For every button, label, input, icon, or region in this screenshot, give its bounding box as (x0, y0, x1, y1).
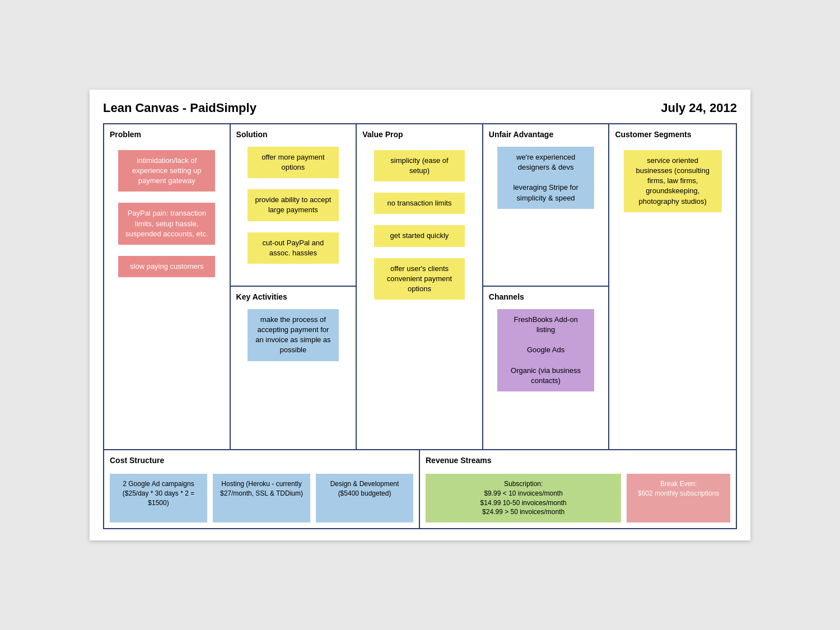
valueprop-note-1: simplicity (ease of setup) (374, 150, 465, 181)
valueprop-note-2: no transaction limits (374, 193, 465, 214)
problem-note-1: intimidation/lack of experience setting … (118, 150, 215, 192)
canvas-main: Problem intimidation/lack of experience … (104, 124, 736, 450)
channels-notes: FreshBooks Add-on listing Google Ads Org… (489, 306, 603, 395)
page-title: Lean Canvas - PaidSimply (103, 101, 256, 115)
valueprop-notes: simplicity (ease of setup) no transactio… (362, 147, 477, 444)
cost-title: Cost Structure (110, 456, 413, 465)
cost-section: Cost Structure 2 Google Ad campaigns ($2… (104, 450, 420, 528)
solution-note-2: provide ability to accept large payments (248, 189, 339, 221)
valueprop-section: Value Prop simplicity (ease of setup) no… (357, 124, 483, 449)
segments-title: Customer Segments (615, 130, 730, 139)
problem-title: Problem (110, 130, 224, 139)
solution-note-1: offer more payment options (248, 147, 339, 178)
revenue-note-1: Subscription: $9.99 < 10 invoices/month … (426, 474, 621, 522)
solution-notes: offer more payment options provide abili… (236, 143, 351, 267)
segments-note-1: service oriented businesses (consulting … (624, 150, 722, 212)
lean-canvas: Problem intimidation/lack of experience … (103, 123, 737, 529)
unfair-notes: we're experienced designers & devs lever… (489, 143, 603, 212)
key-activities-section: Key Activities make the process of accep… (231, 287, 357, 449)
solution-title: Solution (236, 130, 351, 139)
valueprop-note-4: offer user's clients convenient payment … (374, 258, 465, 300)
unfair-note-1: we're experienced designers & devs lever… (497, 147, 594, 209)
revenue-title: Revenue Streams (426, 456, 730, 465)
page-header: Lean Canvas - PaidSimply July 24, 2012 (103, 101, 737, 115)
revenue-notes: Subscription: $9.99 < 10 invoices/month … (426, 474, 730, 522)
unfair-section: Unfair Advantage we're experienced desig… (483, 124, 610, 287)
key-activities-notes: make the process of accepting payment fo… (236, 306, 351, 365)
cost-notes: 2 Google Ad campaigns ($25/day * 30 days… (110, 474, 413, 522)
segments-section: Customer Segments service oriented busin… (609, 124, 736, 449)
problem-note-2: PayPal pain: transaction limits, setup h… (118, 203, 215, 245)
valueprop-note-3: get started quickly (374, 225, 465, 246)
cost-note-2: Hosting (Heroku - currently $27/month, S… (213, 474, 310, 522)
channels-section: Channels FreshBooks Add-on listing Googl… (483, 287, 610, 449)
key-activities-note-1: make the process of accepting payment fo… (248, 309, 339, 361)
revenue-note-2: Break Even: $602 monthly subscriptions (627, 474, 730, 522)
revenue-section: Revenue Streams Subscription: $9.99 < 10… (420, 450, 736, 528)
solution-note-3: cut-out PayPal and assoc. hassles (248, 232, 339, 264)
unfair-title: Unfair Advantage (489, 130, 603, 139)
lean-canvas-page: Lean Canvas - PaidSimply July 24, 2012 P… (90, 90, 750, 540)
channels-note-1: FreshBooks Add-on listing Google Ads Org… (497, 309, 594, 391)
canvas-bottom: Cost Structure 2 Google Ad campaigns ($2… (104, 450, 736, 528)
problem-section: Problem intimidation/lack of experience … (104, 124, 231, 449)
key-activities-title: Key Activities (236, 292, 351, 301)
valueprop-title: Value Prop (362, 130, 477, 139)
problem-note-3: slow paying customers (118, 256, 215, 277)
problem-notes: intimidation/lack of experience setting … (110, 147, 224, 444)
page-date: July 24, 2012 (661, 101, 737, 115)
segments-notes: service oriented businesses (consulting … (615, 147, 730, 444)
cost-note-1: 2 Google Ad campaigns ($25/day * 30 days… (110, 474, 207, 522)
cost-note-3: Design & Development ($5400 budgeted) (316, 474, 413, 522)
channels-title: Channels (489, 292, 603, 301)
solution-section: Solution offer more payment options prov… (231, 124, 357, 287)
